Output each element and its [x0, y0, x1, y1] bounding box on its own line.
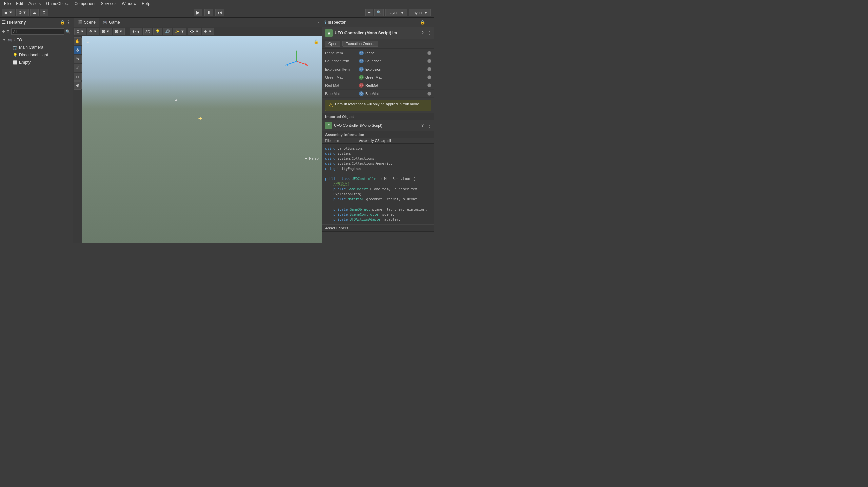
scene-toolbar-sep	[127, 28, 127, 35]
open-btn[interactable]: Open	[325, 41, 340, 47]
hierarchy-menu-icon2[interactable]: ☰	[6, 30, 10, 34]
hidden-btn[interactable]: 👁‍🗨 ▼	[188, 28, 201, 35]
grid-btn[interactable]: ⊞ ▼	[100, 28, 112, 35]
rect-btn[interactable]: □	[74, 73, 82, 81]
move-scene-btn[interactable]: ✥	[74, 46, 82, 54]
tree-label-empty: Empty	[19, 60, 31, 65]
audio-btn[interactable]: 🔊	[163, 28, 172, 35]
component-header: # UFO Controller (Mono Script) Im ? ⋮	[322, 27, 434, 39]
menu-file[interactable]: File	[1, 1, 13, 7]
scene-lock[interactable]: 🔒	[314, 39, 319, 44]
play-button[interactable]: ▶	[194, 9, 202, 16]
inspector-row-explosion: Explosion Item ⬡ Explosion	[322, 65, 434, 73]
menu-services[interactable]: Services	[98, 1, 119, 7]
light-toggle-btn[interactable]: 💡	[153, 28, 162, 35]
menu-assets[interactable]: Assets	[26, 1, 43, 7]
blue-mat-label: Blue Mat	[325, 92, 359, 96]
code-line-5: using UnityEngine;	[325, 166, 431, 171]
launcher-dot-btn[interactable]	[427, 59, 431, 63]
hand-tool-btn[interactable]: ✋	[74, 37, 82, 45]
hierarchy-lock-icon[interactable]: 🔒	[60, 20, 65, 25]
menu-gameobject[interactable]: GameObject	[43, 1, 72, 7]
combined-btn[interactable]: ⊕	[74, 81, 82, 90]
game-tab[interactable]: 🎮 Game	[99, 18, 123, 27]
blue-mat-value: ⬡ BlueMat	[359, 91, 431, 96]
component-options-icon[interactable]: ⋮	[427, 31, 431, 35]
snap-btn[interactable]: ⊡ ▼	[113, 28, 125, 35]
menu-component[interactable]: Component	[72, 1, 98, 7]
menu-window[interactable]: Window	[119, 1, 139, 7]
hierarchy-search-btn[interactable]: 🔍	[65, 29, 71, 34]
transform-hand-btn[interactable]: ☰ ▼	[2, 9, 15, 16]
scene-viewport[interactable]: ✋ ✥ ↻ ⤢ □ ⊕ ≡ 🔒 ◄ Persp	[73, 36, 322, 244]
scene-tab[interactable]: 🎬 Scene	[74, 18, 99, 27]
inspector-lock-icon[interactable]: 🔒	[420, 20, 425, 25]
gizmos-btn[interactable]: ⊙ ▼	[202, 28, 214, 35]
green-mat-dot-btn[interactable]	[427, 75, 431, 79]
blue-mat-dot-btn[interactable]	[427, 92, 431, 96]
plane-dot-btn[interactable]	[427, 51, 431, 55]
inspector-info-icon: ℹ	[324, 20, 326, 25]
menu-help[interactable]: Help	[139, 1, 153, 7]
explosion-item-label: Explosion Item	[325, 67, 359, 71]
help-icon[interactable]: ?	[421, 31, 424, 35]
center-area: 🎬 Scene 🎮 Game ⋮ ⊡ ▼ ✥ ▼ ⊞ ▼ ⊡ ▼ 👁 ▼ 2D …	[73, 18, 322, 244]
layout-label: Layout	[412, 11, 423, 15]
menu-edit[interactable]: Edit	[13, 1, 26, 7]
ufo-icon: 🎮	[7, 38, 12, 42]
step-button[interactable]: ⏭	[215, 9, 224, 16]
inspector-options-icon[interactable]: ⋮	[428, 20, 432, 25]
fx-btn[interactable]: ✨ ▼	[173, 28, 186, 35]
main-toolbar: ☰ ▼ ⊙ ▼ ☁ ⚙ ▶ ⏸ ⏭ ↩ 🔍 Layers ▼ Layout ▼	[0, 7, 434, 18]
2d-btn[interactable]: 2D	[143, 28, 152, 35]
plane-item-value: ⬡ Plane	[359, 51, 431, 55]
code-line-mat: public Material greenMat, redMat, blueMa…	[325, 197, 431, 202]
pause-button[interactable]: ⏸	[204, 9, 213, 16]
component-actions: Open Execution Order...	[322, 39, 434, 49]
launcher-item-value: ⬡ Launcher	[359, 59, 431, 63]
hierarchy-title: Hierarchy	[7, 20, 26, 25]
search-btn[interactable]: 🔍	[374, 9, 384, 16]
rotate-btn[interactable]: ↻	[74, 55, 82, 63]
settings-btn[interactable]: ⚙	[40, 9, 48, 16]
code-line-blank2	[325, 202, 431, 207]
undo-btn[interactable]: ↩	[365, 9, 373, 16]
scene-hamburger[interactable]: ≡	[86, 39, 89, 44]
scene-options-icon[interactable]: ⋮	[317, 20, 321, 25]
imported-help-icon[interactable]: ?	[421, 123, 424, 128]
tree-label-main-camera: Main Camera	[19, 45, 43, 50]
layers-chevron: ▼	[400, 11, 404, 15]
move-tool-btn[interactable]: ✥ ▼	[87, 28, 99, 35]
code-line-plane: public GameObject PlaneItem, LauncherIte…	[325, 187, 431, 192]
tree-item-empty[interactable]: ⬜ Empty	[0, 59, 73, 66]
execution-order-btn[interactable]: Execution Order...	[342, 41, 378, 47]
view-btn[interactable]: 👁 ▼	[130, 28, 142, 35]
svg-line-2	[297, 61, 307, 65]
cloud-btn[interactable]: ☁	[30, 9, 39, 16]
inspector-row-green-mat: Green Mat ⬡ GreenMat	[322, 73, 434, 81]
launcher-ref-icon: ⬡	[359, 59, 364, 63]
explosion-dot-btn[interactable]	[427, 67, 431, 71]
imported-hash-icon: #	[325, 122, 332, 129]
main-layout: ☰ Hierarchy 🔒 ⋮ + ☰ 🔍 ▼ 🎮 UFO 📷 Main Cam…	[0, 18, 434, 244]
imported-options-icon[interactable]: ⋮	[427, 123, 431, 128]
code-line-scene: private SceneController scene;	[325, 212, 431, 217]
hierarchy-add-icon[interactable]: +	[2, 28, 5, 35]
blue-mat-ref-text: BlueMat	[365, 92, 379, 96]
tree-item-ufo[interactable]: ▼ 🎮 UFO	[0, 36, 73, 44]
hierarchy-search-input[interactable]	[11, 28, 64, 35]
transform-gizmo-btn[interactable]: ⊡ ▼	[74, 28, 86, 35]
layout-dropdown[interactable]: Layout ▼	[409, 9, 431, 16]
hierarchy-options-icon[interactable]: ⋮	[66, 20, 71, 25]
inspector-panel: ℹ Inspector 🔒 ⋮ # UFO Controller (Mono S…	[322, 18, 434, 244]
plane-item-label: Plane Item	[325, 51, 359, 55]
red-mat-dot-btn[interactable]	[427, 83, 431, 87]
component-name: UFO Controller (Mono Script) Im	[335, 31, 419, 35]
tree-item-directional-light[interactable]: 💡 Directional Light	[0, 51, 73, 59]
layers-dropdown[interactable]: Layers ▼	[385, 9, 407, 16]
scale-btn[interactable]: ⤢	[74, 64, 82, 72]
pivot-btn[interactable]: ⊙ ▼	[16, 9, 29, 16]
code-line-explosion: ExplosionItem;	[325, 192, 431, 197]
tree-item-main-camera[interactable]: 📷 Main Camera	[0, 44, 73, 51]
warning-box: ⚠ Default references will only be applie…	[325, 100, 431, 111]
